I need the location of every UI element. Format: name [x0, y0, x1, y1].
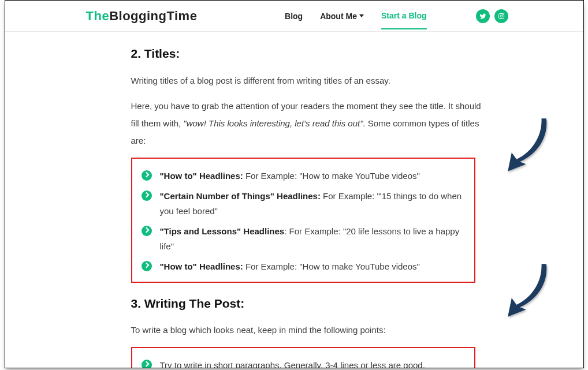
svg-point-2 — [503, 14, 503, 14]
arrow-bullet-icon — [142, 170, 152, 181]
twitter-icon[interactable] — [476, 9, 490, 23]
site-header: TheBloggingTime Blog About Me Start a Bl… — [5, 1, 583, 32]
nav-about-label: About Me — [320, 12, 357, 21]
chevron-down-icon — [359, 14, 364, 17]
annotation-arrow-icon — [503, 261, 552, 319]
list-text: "How to" Headlines: For Example: "How to… — [160, 259, 465, 274]
nav-about[interactable]: About Me — [320, 12, 364, 21]
section-2-para-2: Here, you have to grab the attention of … — [131, 98, 485, 150]
writing-tips-box: Try to write in short paragraphs. Genera… — [131, 347, 475, 368]
list-text: "How to" Headlines: For Example: "How to… — [160, 169, 465, 184]
list-item: "How to" Headlines: For Example: "How to… — [142, 256, 465, 277]
main-nav: Blog About Me Start a Blog — [285, 9, 508, 23]
list-item: "Certain Number of Things" Headlines: Fo… — [142, 186, 465, 221]
list-item: "Tips and Lessons" Headlines: For Exampl… — [142, 221, 465, 256]
svg-point-1 — [500, 15, 503, 17]
logo-rest: BloggingTime — [109, 9, 197, 23]
site-logo[interactable]: TheBloggingTime — [86, 9, 198, 24]
social-links — [476, 9, 508, 23]
annotation-arrow-icon — [503, 116, 552, 174]
list-text: "Tips and Lessons" Headlines: For Exampl… — [160, 224, 465, 253]
instagram-icon[interactable] — [494, 9, 508, 23]
arrow-bullet-icon — [142, 261, 152, 271]
section-2-para-1: Writing titles of a blog post is differe… — [131, 72, 485, 89]
text-italic: "wow! This looks interesting, let's read… — [183, 118, 365, 128]
titles-examples-box: "How to" Headlines: For Example: "How to… — [131, 158, 475, 283]
list-item: Try to write in short paragraphs. Genera… — [142, 355, 465, 368]
arrow-bullet-icon — [142, 360, 152, 368]
nav-start-blog[interactable]: Start a Blog — [381, 11, 427, 29]
list-item: "How to" Headlines: For Example: "How to… — [142, 166, 465, 186]
arrow-bullet-icon — [142, 190, 152, 201]
nav-blog[interactable]: Blog — [285, 12, 303, 21]
section-3-title: 3. Writing The Post: — [131, 293, 485, 314]
list-text: Try to write in short paragraphs. Genera… — [160, 358, 465, 368]
section-3-para-1: To write a blog which looks neat, keep i… — [131, 322, 485, 339]
logo-accent: The — [86, 9, 110, 23]
list-text: "Certain Number of Things" Headlines: Fo… — [160, 189, 465, 218]
article-content: 2. Titles: Writing titles of a blog post… — [5, 32, 485, 368]
arrow-bullet-icon — [142, 226, 152, 236]
section-2-title: 2. Titles: — [131, 43, 485, 64]
